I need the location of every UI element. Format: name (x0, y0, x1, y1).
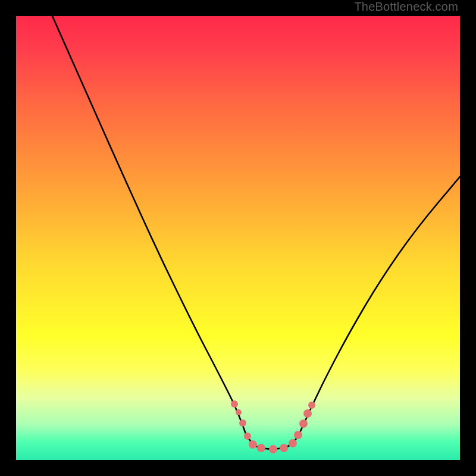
marker-dot (299, 419, 308, 428)
marker-dot (231, 400, 238, 408)
curve-right (299, 177, 460, 434)
marker-dot (257, 444, 265, 452)
marker-dot (249, 440, 257, 449)
marker-dot (244, 433, 251, 440)
chart-plot-area (16, 16, 460, 460)
marker-dot (269, 445, 277, 453)
watermark-text: TheBottleneck.com (354, 0, 458, 14)
marker-dot (308, 402, 315, 409)
marker-dot (236, 409, 242, 415)
marker-dot (289, 439, 297, 447)
marker-dot (239, 419, 246, 427)
curve-left (52, 16, 246, 434)
marker-dot (280, 444, 288, 452)
marker-dot (303, 409, 312, 418)
chart-svg (16, 16, 460, 460)
marker-dot (294, 431, 302, 439)
